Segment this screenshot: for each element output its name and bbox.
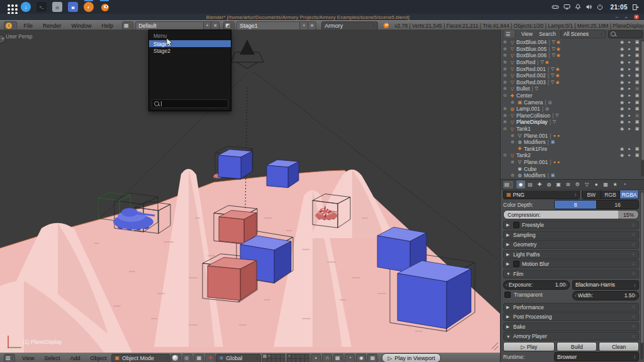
editor-type-properties-button[interactable]: ▤↕ xyxy=(502,180,514,189)
panel-grip-icon[interactable]: ≡ xyxy=(632,251,636,257)
renderability-camera-icon[interactable]: ▣ xyxy=(633,73,641,78)
depth-16-button[interactable]: 16 xyxy=(596,200,638,209)
properties-tab-scene[interactable]: ✚ xyxy=(535,180,544,189)
expand-toggle-icon[interactable]: ⊕ xyxy=(503,73,509,78)
channels-rgb-button[interactable]: RGB xyxy=(601,190,619,199)
section-light-paths[interactable]: Light Paths≡ xyxy=(503,250,639,259)
scene-select[interactable]: Stage1 xyxy=(236,21,300,30)
layer-grid-b[interactable] xyxy=(287,354,309,362)
gamepad-tray-icon[interactable] xyxy=(552,4,559,10)
minimize-button[interactable]: – xyxy=(616,14,618,19)
renderability-camera-icon[interactable]: ▣ xyxy=(633,146,641,151)
menu-render[interactable]: Render xyxy=(38,23,67,29)
expand-toggle-icon[interactable]: ⊕ xyxy=(503,119,509,124)
renderability-camera-icon[interactable]: ▣ xyxy=(633,60,641,65)
runtime-select[interactable]: Browser↕ xyxy=(554,352,639,361)
outliner-item-plane-001[interactable]: ⊕▽Plane.001|●● xyxy=(501,159,641,166)
outliner-item-boxblue-006[interactable]: ⊕▽BoxBlue.006|▽◉◉▸▣ xyxy=(501,52,641,59)
renderability-camera-icon[interactable]: ▣ xyxy=(633,47,641,52)
selectability-arrow-icon[interactable]: ▸ xyxy=(626,86,633,91)
scene-icon-button[interactable]: ◩↕ xyxy=(223,21,235,30)
freestyle-checkbox[interactable] xyxy=(513,222,519,228)
menu-file[interactable]: File xyxy=(19,23,38,29)
expand-toggle-icon[interactable]: ⊕ xyxy=(503,86,509,91)
outliner-view-menu[interactable]: View xyxy=(519,31,535,37)
dropdown-item-stage2[interactable]: Stage2 xyxy=(149,47,231,54)
selectability-arrow-icon[interactable]: ▸ xyxy=(626,119,633,124)
vp-menu-view[interactable]: View xyxy=(17,355,39,361)
properties-tab-constraints[interactable]: ⊞ xyxy=(564,180,572,189)
armory-clean-button[interactable]: Clean xyxy=(599,342,639,351)
section-sampling[interactable]: Sampling≡ xyxy=(503,231,639,239)
outliner-search-field[interactable] xyxy=(608,30,643,38)
visibility-eye-icon[interactable]: ◉ xyxy=(618,106,626,111)
section-post-processing[interactable]: Post Processing≡ xyxy=(503,312,639,321)
transparent-checkbox[interactable] xyxy=(504,292,511,298)
armory-play-button[interactable]: ▷Play xyxy=(503,342,555,351)
properties-tab-object-data[interactable]: ▽ xyxy=(582,180,591,189)
outliner-item-boxblue-004[interactable]: ⊕▽BoxBlue.004|▽◉◉▸▣ xyxy=(501,39,641,46)
selectability-arrow-icon[interactable]: ▸ xyxy=(626,153,633,158)
selectability-arrow-icon[interactable]: ▸ xyxy=(626,60,633,65)
selectability-arrow-icon[interactable]: ▸ xyxy=(626,93,633,98)
render-engine-select[interactable]: Armory↕ xyxy=(321,21,378,30)
filter-type-select[interactable]: Blackman-Harris↕ xyxy=(572,280,639,290)
layer-grid-a[interactable] xyxy=(262,354,284,362)
properties-tab-world[interactable]: ◍ xyxy=(545,180,553,189)
properties-scrollbar[interactable] xyxy=(640,191,643,359)
renderability-camera-icon[interactable]: ▣ xyxy=(633,126,641,131)
files-app-icon[interactable]: ▤ xyxy=(52,2,62,12)
viewport-3d[interactable]: User Persp (1) PlaneDisplay + xyxy=(0,30,500,353)
file-format-select[interactable]: ▦ PNG↕ xyxy=(503,190,580,199)
outliner-item-camera[interactable]: ⊕▣Camera|◎◉▸▣ xyxy=(501,99,641,106)
selectability-arrow-icon[interactable]: ▸ xyxy=(626,53,633,58)
expand-toggle-icon[interactable]: ⊕ xyxy=(503,67,509,72)
expand-toggle-icon[interactable]: ⊖ xyxy=(503,153,509,158)
scene-cube-front[interactable] xyxy=(397,273,447,329)
properties-tab-material[interactable]: ● xyxy=(592,180,601,189)
mode-select[interactable]: ▣ Object Mode↕ xyxy=(111,354,170,362)
visibility-eye-icon[interactable]: ◉ xyxy=(618,100,626,105)
properties-tab-texture[interactable]: ▦ xyxy=(601,180,610,189)
selectability-arrow-icon[interactable]: ▸ xyxy=(626,146,633,151)
renderability-camera-icon[interactable]: ▣ xyxy=(633,100,641,105)
scene-cube-front[interactable] xyxy=(267,165,288,188)
outliner-item-boxred[interactable]: ⊕▽BoxRed|▽◉◉▸▣ xyxy=(501,59,641,66)
expand-toggle-icon[interactable]: ⊕ xyxy=(503,60,509,65)
manipulator-toggle[interactable]: ✚ xyxy=(205,354,215,362)
expand-toggle-icon[interactable]: ⊕ xyxy=(503,53,509,58)
channels-bw-button[interactable]: BW xyxy=(582,190,601,199)
add-scene-button[interactable]: + xyxy=(300,21,308,30)
outliner-item-tank2[interactable]: ⊖▽Tank2◉▸▣ xyxy=(501,152,641,159)
viewport-shading-select[interactable]: ↕ xyxy=(171,354,181,362)
visibility-eye-icon[interactable]: ◉ xyxy=(618,47,626,52)
selectability-arrow-icon[interactable]: ▸ xyxy=(626,113,633,118)
render-opengl-button[interactable]: ◉ xyxy=(356,354,366,362)
section-motion-blur[interactable]: Motion Blur≡ xyxy=(503,260,639,268)
visibility-eye-icon[interactable]: ◉ xyxy=(618,67,626,72)
vp-menu-object[interactable]: Object xyxy=(85,355,111,361)
menu-window[interactable]: Window xyxy=(67,23,97,29)
visibility-eye-icon[interactable]: ◉ xyxy=(618,119,626,124)
motion-blur-checkbox[interactable] xyxy=(513,261,519,267)
dropdown-item-stage1[interactable]: Stage1 xyxy=(149,40,231,47)
renderability-camera-icon[interactable]: ▣ xyxy=(633,40,641,45)
renderability-camera-icon[interactable]: ▣ xyxy=(633,93,641,98)
section-armory-player[interactable]: Armory Player≡ xyxy=(503,332,639,341)
close-button[interactable]: ✕ xyxy=(634,14,639,19)
outliner-scrollbar[interactable] xyxy=(641,40,644,177)
filter-width-slider[interactable]: ‹Width: 1.50› xyxy=(572,291,639,300)
selectability-arrow-icon[interactable]: ▸ xyxy=(626,40,633,45)
outliner-item-planedisplay[interactable]: ⊕▽PlaneDisplay|▽◉▸▣ xyxy=(501,119,641,126)
expand-toggle-icon[interactable]: ⊕ xyxy=(511,133,516,138)
layer-cell[interactable] xyxy=(304,358,309,362)
expand-toggle-icon[interactable]: ⊕ xyxy=(511,160,516,165)
renderability-camera-icon[interactable]: ▣ xyxy=(633,53,641,58)
scene-cube-front[interactable] xyxy=(377,236,410,273)
scene-cube-front[interactable] xyxy=(218,155,241,179)
visibility-eye-icon[interactable]: ◉ xyxy=(618,146,626,151)
scene-cube-front[interactable] xyxy=(208,266,240,300)
visibility-eye-icon[interactable]: ◉ xyxy=(618,113,626,118)
delete-scene-button[interactable]: ✕ xyxy=(308,21,316,30)
outliner-item-plane-001[interactable]: ⊕▽Plane.001|●● xyxy=(501,132,641,139)
